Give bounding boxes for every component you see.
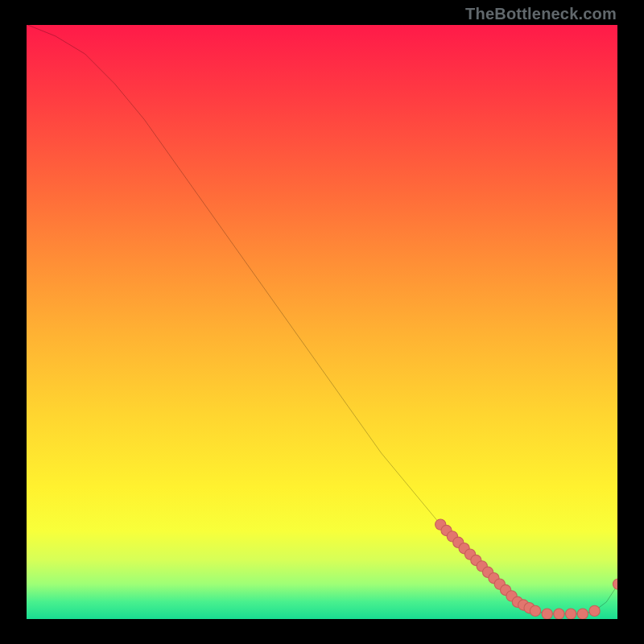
chart-stage: TheBottleneck.com: [0, 0, 644, 644]
highlight-points-group: [436, 519, 618, 619]
highlight-point: [577, 609, 588, 619]
curve-layer: [26, 24, 618, 620]
highlight-point: [530, 605, 540, 616]
highlight-point: [589, 605, 600, 616]
highlight-point: [565, 609, 576, 619]
bottleneck-curve: [26, 24, 618, 614]
highlight-point: [554, 609, 564, 619]
watermark-text: TheBottleneck.com: [465, 5, 617, 23]
highlight-point: [613, 579, 618, 589]
plot-area: [26, 24, 618, 620]
highlight-point: [542, 609, 552, 619]
